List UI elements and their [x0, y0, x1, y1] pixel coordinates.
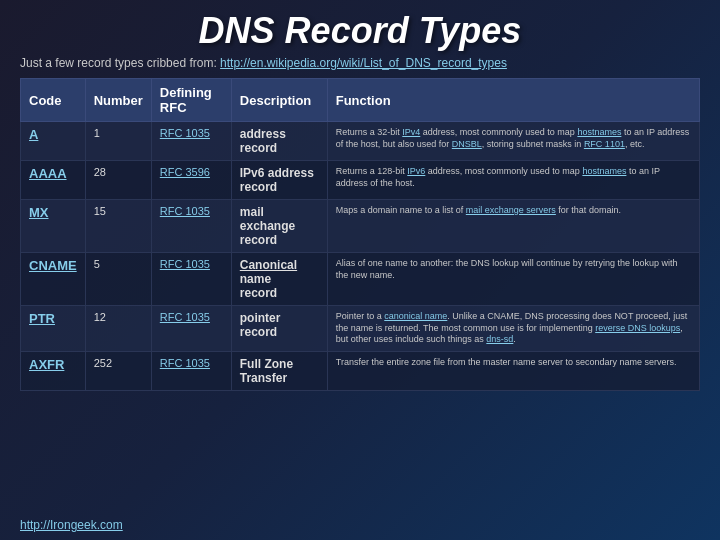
cell-function: Maps a domain name to a list of mail exc… — [327, 200, 699, 253]
cell-description: Canonical namerecord — [231, 253, 327, 306]
subtitle-link[interactable]: http://en.wikipedia.org/wiki/List_of_DNS… — [220, 56, 507, 70]
table-header-row: Code Number Defining RFC Description Fun… — [21, 79, 700, 122]
cell-function: Alias of one name to another: the DNS lo… — [327, 253, 699, 306]
cell-function: Returns a 128-bit IPv6 address, most com… — [327, 161, 699, 200]
cell-number: 252 — [85, 352, 151, 391]
cell-code[interactable]: MX — [21, 200, 86, 253]
cell-rfc[interactable]: RFC 1035 — [151, 306, 231, 352]
table-row: MX15RFC 1035mail exchangerecordMaps a do… — [21, 200, 700, 253]
cell-function: Pointer to a canonical name. Unlike a CN… — [327, 306, 699, 352]
cell-number: 15 — [85, 200, 151, 253]
cell-description: Full ZoneTransfer — [231, 352, 327, 391]
subtitle: Just a few record types cribbed from: ht… — [20, 56, 700, 70]
cell-number: 5 — [85, 253, 151, 306]
cell-function: Returns a 32-bit IPv4 address, most comm… — [327, 122, 699, 161]
col-header-code: Code — [21, 79, 86, 122]
table-row: PTR12RFC 1035pointer recordPointer to a … — [21, 306, 700, 352]
cell-code[interactable]: AXFR — [21, 352, 86, 391]
page-wrapper: DNS Record Types Just a few record types… — [0, 0, 720, 540]
table-row: CNAME5RFC 1035Canonical namerecordAlias … — [21, 253, 700, 306]
cell-code[interactable]: CNAME — [21, 253, 86, 306]
table-row: AAAA28RFC 3596IPv6 addressrecordReturns … — [21, 161, 700, 200]
col-header-number: Number — [85, 79, 151, 122]
subtitle-text: Just a few record types cribbed from: — [20, 56, 217, 70]
table-row: AXFR252RFC 1035Full ZoneTransferTransfer… — [21, 352, 700, 391]
cell-number: 1 — [85, 122, 151, 161]
cell-description: IPv6 addressrecord — [231, 161, 327, 200]
cell-code[interactable]: PTR — [21, 306, 86, 352]
cell-rfc[interactable]: RFC 1035 — [151, 122, 231, 161]
cell-description: pointer record — [231, 306, 327, 352]
cell-rfc[interactable]: RFC 1035 — [151, 200, 231, 253]
table-row: A1RFC 1035address recordReturns a 32-bit… — [21, 122, 700, 161]
cell-number: 28 — [85, 161, 151, 200]
col-header-rfc: Defining RFC — [151, 79, 231, 122]
col-header-function: Function — [327, 79, 699, 122]
cell-rfc[interactable]: RFC 3596 — [151, 161, 231, 200]
cell-number: 12 — [85, 306, 151, 352]
cell-description: mail exchangerecord — [231, 200, 327, 253]
cell-code[interactable]: AAAA — [21, 161, 86, 200]
cell-description: address record — [231, 122, 327, 161]
dns-table: Code Number Defining RFC Description Fun… — [20, 78, 700, 391]
page-title: DNS Record Types — [20, 10, 700, 52]
cell-function: Transfer the entire zone file from the m… — [327, 352, 699, 391]
col-header-description: Description — [231, 79, 327, 122]
footer-link[interactable]: http://Irongeek.com — [20, 518, 123, 532]
cell-rfc[interactable]: RFC 1035 — [151, 352, 231, 391]
cell-rfc[interactable]: RFC 1035 — [151, 253, 231, 306]
cell-code[interactable]: A — [21, 122, 86, 161]
